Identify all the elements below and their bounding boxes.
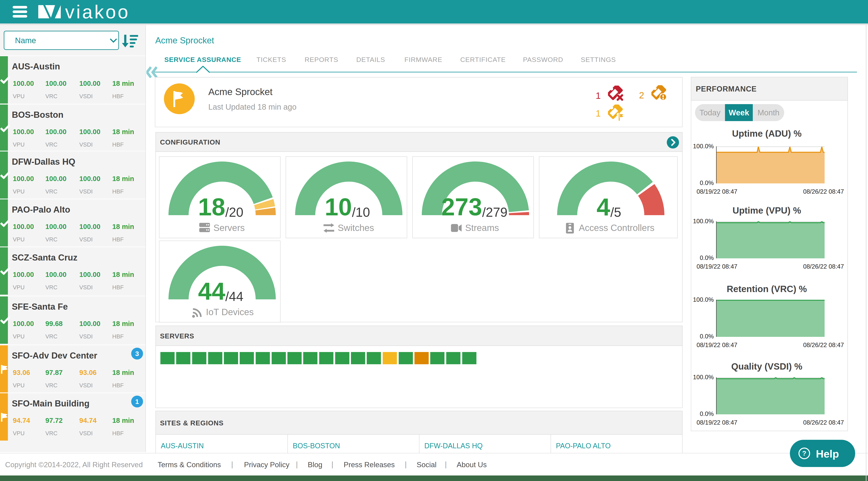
svg-text:?: ? <box>802 449 806 457</box>
